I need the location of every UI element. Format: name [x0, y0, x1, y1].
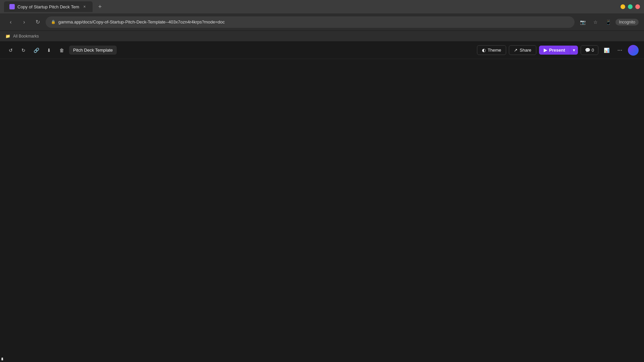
download-button[interactable]: ⬇	[44, 45, 54, 56]
present-button[interactable]: ▶ Present	[539, 46, 570, 55]
link-button[interactable]: 🔗	[31, 45, 42, 56]
share-label: Share	[520, 48, 531, 53]
delete-button[interactable]: 🗑	[56, 45, 67, 56]
url-text: gamma.app/docs/Copy-of-Startup-Pitch-Dec…	[58, 19, 225, 24]
browser-toolbar-actions: 📷 ☆ 📱 Incognito	[577, 17, 639, 27]
minimize-button[interactable]	[621, 4, 625, 9]
close-window-button[interactable]	[635, 4, 640, 9]
bookmarks-folder-icon: 📁	[5, 34, 10, 39]
comment-button[interactable]: 💬 0	[581, 45, 598, 55]
toolbar-left: ↺ ↻ 🔗 ⬇ 🗑 Pitch Deck Template	[5, 45, 117, 56]
back-button[interactable]: ‹	[5, 17, 16, 27]
share-icon: ↗	[514, 48, 518, 53]
browser-chrome: Copy of Startup Pitch Deck Tem × + ‹ › ↻…	[0, 0, 644, 42]
maximize-button[interactable]	[628, 4, 633, 9]
doc-title-text: Pitch Deck Template	[73, 48, 113, 53]
share-button[interactable]: ↗ Share	[509, 45, 536, 55]
tab-close-button[interactable]: ×	[82, 4, 87, 9]
refresh-button[interactable]: ↻	[32, 17, 43, 27]
bookmark-star-icon[interactable]: ☆	[590, 17, 601, 27]
theme-button[interactable]: ◐ Theme	[477, 45, 506, 55]
browser-tab[interactable]: Copy of Startup Pitch Deck Tem ×	[4, 1, 93, 12]
present-label: Present	[549, 48, 565, 53]
app-layout: ↺ ↻ 🔗 ⬇ 🗑 Pitch Deck Template ◐ Theme ↗ …	[0, 42, 644, 362]
new-tab-button[interactable]: +	[95, 2, 105, 11]
redo-button[interactable]: ↻	[18, 45, 29, 56]
analytics-button[interactable]: 📊	[601, 45, 612, 56]
present-play-icon: ▶	[544, 48, 547, 53]
theme-icon: ◐	[482, 48, 486, 53]
browser-toolbar: ‹ › ↻ 🔒 gamma.app/docs/Copy-of-Startup-P…	[0, 13, 644, 31]
doc-title[interactable]: Pitch Deck Template	[69, 46, 117, 55]
camera-off-icon[interactable]: 📷	[577, 17, 588, 27]
comment-count: 0	[592, 48, 594, 53]
undo-button[interactable]: ↺	[5, 45, 16, 56]
comment-icon: 💬	[585, 48, 590, 53]
present-dropdown-button[interactable]: ▾	[570, 46, 578, 55]
present-group: ▶ Present ▾	[539, 46, 578, 55]
more-options-button[interactable]: ···	[614, 45, 625, 56]
tab-title: Copy of Startup Pitch Deck Tem	[17, 4, 79, 9]
bookmarks-label: All Bookmarks	[13, 34, 39, 39]
user-avatar[interactable]	[628, 45, 639, 56]
toolbar-right: ◐ Theme ↗ Share ▶ Present ▾ 💬 0 📊 ···	[477, 45, 639, 56]
forward-button[interactable]: ›	[19, 17, 30, 27]
window-controls	[621, 4, 640, 9]
theme-label: Theme	[488, 48, 501, 53]
device-icon[interactable]: 📱	[603, 17, 613, 27]
browser-titlebar: Copy of Startup Pitch Deck Tem × +	[0, 0, 644, 13]
app-toolbar: ↺ ↻ 🔗 ⬇ 🗑 Pitch Deck Template ◐ Theme ↗ …	[0, 42, 644, 59]
incognito-badge[interactable]: Incognito	[615, 19, 639, 25]
security-icon: 🔒	[51, 20, 56, 24]
bookmarks-bar: 📁 All Bookmarks	[0, 31, 644, 42]
address-bar[interactable]: 🔒 gamma.app/docs/Copy-of-Startup-Pitch-D…	[46, 16, 575, 28]
tab-favicon	[9, 4, 15, 9]
